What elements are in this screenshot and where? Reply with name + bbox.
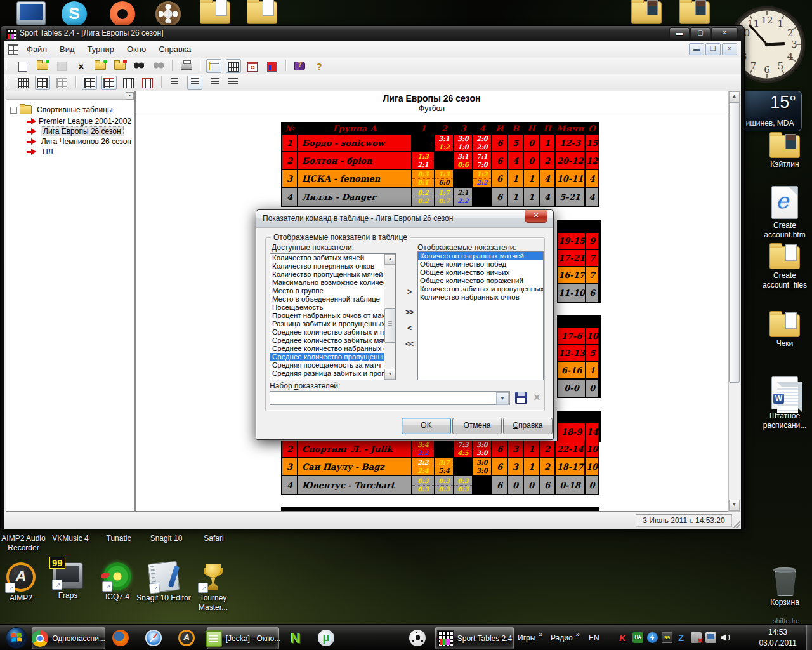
list-item[interactable]: Среднее количество набранных оч [270,345,384,353]
scroll-down-icon[interactable]: ▼ [729,500,740,511]
tray-tv-icon[interactable] [632,632,643,643]
tree-item-1[interactable]: Лига Европы 26 сезон [27,126,133,136]
list-item[interactable]: Средняя посещаемость за матч [270,361,384,369]
align-left-icon[interactable] [168,76,183,90]
taskbar-toolbar-Радио[interactable]: Радио» [551,625,580,650]
tree-item-3[interactable]: ПЛ [27,147,133,157]
desktop-shortcut-trophy[interactable]: Tourney Master... [185,562,242,613]
team-row[interactable]: 3ЦСКА - fenomen0:30:11:36:01:22:2611410-… [282,170,598,188]
view-table-rows-icon[interactable] [35,76,50,90]
taskbar-toolbar-Игры[interactable]: Игры» [518,625,542,650]
team-row[interactable]: 3Сан Паулу - Bagz2:22:43:75:43:03:063121… [282,458,598,476]
tree-root-item[interactable]: -Спортивные таблицы [10,105,133,115]
toolbar-grip[interactable] [6,60,10,70]
list-item[interactable]: Среднее количество забитых мяче [270,336,384,345]
desktop-icon-film[interactable] [152,1,184,27]
team-row[interactable]: 4Ювентус - Turchart0:30:30:30:30:30:3600… [282,476,598,494]
desktop-icon-folder-files[interactable]: Create account_files [756,246,812,290]
mdi-close-button[interactable]: × [722,43,737,55]
calendar-icon[interactable] [245,59,260,73]
table-view-icon[interactable] [226,59,241,73]
align-justify-icon[interactable] [226,76,241,90]
team-row[interactable]: 2Спортинг Л. - Julik3:42:27:34:53:03:063… [282,441,598,458]
list-item[interactable]: Общее количество поражений [418,277,543,285]
style-plain-icon[interactable] [140,76,155,90]
list-item[interactable]: Среднее количество забитых и пр [270,328,384,336]
import-icon[interactable] [93,59,108,73]
language-indicator[interactable]: EN [589,625,599,650]
mini-row[interactable]: 17-610 [558,328,599,345]
desktop-shortcut-snagit[interactable]: Snagit 10 Editor [135,562,192,603]
mini-row[interactable]: 16-177 [558,267,599,284]
help-book-icon[interactable] [292,59,308,73]
window-titlebar[interactable]: Sport Tables 2.4 - [Лига Европы 26 сезон… [1,26,744,41]
desktop-shortcut-fraps[interactable]: Fraps [39,562,96,600]
align-right-icon[interactable] [206,76,221,90]
list-scrollbar[interactable]: ▲ ▼ [384,254,395,380]
start-button[interactable] [5,627,28,649]
tree-item-2[interactable]: Лига Чемпионов 26 сезон [27,136,133,147]
desktop-icon-ie-document[interactable]: Create account.htm [756,186,812,240]
new-tournament-icon[interactable] [35,59,50,73]
tray-display-icon[interactable] [705,632,716,643]
list-item[interactable]: Общее количество ничьих [418,269,543,277]
desktop-icon-word-document[interactable]: Штатное расписани... [756,376,812,430]
align-center-icon[interactable] [187,76,202,90]
style-grid-icon[interactable] [82,76,97,90]
chart-icon[interactable] [265,59,280,73]
move-all-right-button[interactable]: >> [401,305,417,319]
mini-row[interactable]: 18-914 [558,423,599,441]
menu-Справка[interactable]: Справка [152,41,197,57]
list-item[interactable]: Место в объедененной таблице [270,295,384,303]
close-button[interactable]: × [711,27,738,39]
desktop-icon-folder-photo[interactable] [679,1,710,27]
resize-grip[interactable] [733,521,740,528]
desktop-icon-folder-docs[interactable]: Чеки [756,314,812,348]
list-item[interactable]: Место в группе [270,287,384,295]
find-next-icon[interactable] [151,59,166,73]
team-row[interactable]: 4Лилль - Danger0:20:21:70:72:12:261145-2… [282,188,598,206]
tray-network-error-icon[interactable] [691,632,702,643]
desktop-icon-origin[interactable] [107,1,138,27]
tray-z-icon[interactable] [676,632,687,643]
mini-row[interactable]: 19-159 [558,233,599,250]
taskbar-button-utorrent[interactable] [313,627,339,648]
style-header-icon[interactable] [121,76,136,90]
style-header-scores-icon[interactable] [102,76,117,90]
desktop-icon-folder-pictures[interactable]: Кэйтлин [756,135,812,169]
mini-row[interactable]: 11-106 [558,284,599,302]
toolbar-grip[interactable] [6,77,10,87]
tray-volume-icon[interactable] [720,632,731,643]
list-item[interactable]: Разница забитых и пропущенных м [270,320,384,328]
taskbar-button-jecka[interactable]: [Jecka] - Окно... [207,627,279,649]
available-indicators-list[interactable]: Количество забитых мячейКоличество потер… [270,253,396,380]
desktop-icon-recycle-bin[interactable]: Корзина [756,566,812,607]
panel-close-icon[interactable]: × [126,92,134,100]
tree-item-0[interactable]: Premier League 2001-2002 [27,116,133,126]
delete-icon[interactable]: × [74,59,89,73]
cancel-button[interactable]: Отмена [452,418,502,434]
list-item[interactable]: Максимально возможное количес [270,279,384,287]
indicator-set-combobox[interactable]: ▼ [270,391,510,405]
save-set-icon[interactable] [515,392,527,404]
move-all-left-button[interactable]: << [401,337,417,351]
desktop-icon-computer[interactable] [15,1,47,27]
print-icon[interactable] [179,59,194,73]
menu-Файл[interactable]: Файл [20,41,53,57]
mdi-child-icon[interactable] [8,44,18,55]
menu-Турнир[interactable]: Турнир [81,41,121,57]
taskbar-button-chrome[interactable]: Одноклассни... [32,627,105,649]
minimize-button[interactable]: ▬ [669,27,690,39]
view-table-light-icon[interactable] [54,76,69,90]
mini-row[interactable]: 6-161 [558,362,599,380]
delete-set-icon[interactable]: × [534,391,540,404]
menu-Окно[interactable]: Окно [121,41,152,57]
scroll-up-icon[interactable]: ▲ [384,254,396,265]
scroll-up-icon[interactable]: ▲ [729,91,740,103]
list-item[interactable]: Средняя разница забитых и пропу [270,369,384,378]
list-item[interactable]: Среднее количество пропущенны [270,353,384,361]
scroll-down-icon[interactable]: ▼ [384,369,396,380]
tray-kaspersky-icon[interactable] [618,632,629,643]
taskbar-button-notepad-plus[interactable] [283,627,308,648]
view-table-dense-icon[interactable] [15,76,30,90]
